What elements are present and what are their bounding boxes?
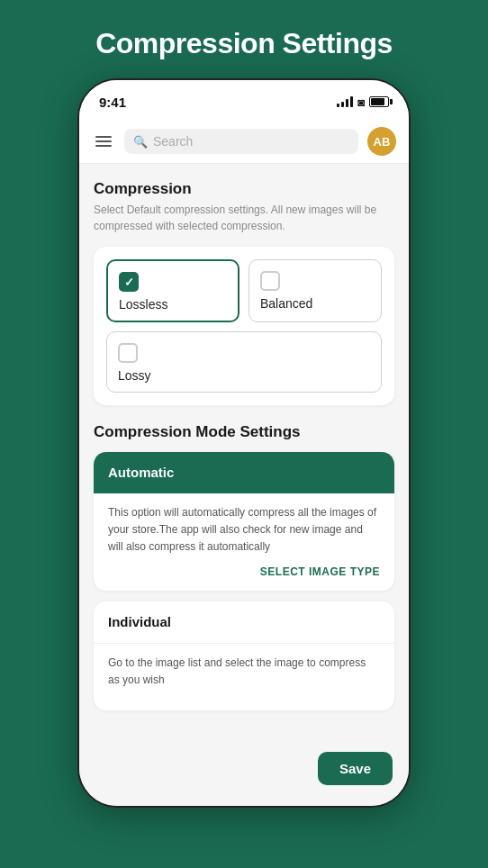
top-nav: 🔍 Search AB <box>79 120 409 164</box>
avatar: AB <box>367 127 396 156</box>
checkbox-balanced <box>260 271 280 291</box>
option-lossless[interactable]: ✓ Lossless <box>106 259 239 322</box>
option-lossy-label: Lossy <box>118 368 370 383</box>
mode-header-individual[interactable]: Individual <box>94 601 394 644</box>
mode-section: Compression Mode Settings Automatic This… <box>94 423 394 710</box>
signal-icon <box>337 96 353 107</box>
mode-label-automatic: Automatic <box>108 465 174 480</box>
wifi-icon: ◙ <box>357 95 365 109</box>
mode-body-automatic: This option will automatically compress … <box>94 493 394 591</box>
checkbox-lossy <box>118 343 138 363</box>
mode-card-automatic[interactable]: Automatic This option will automatically… <box>94 452 394 591</box>
checkmark-icon: ✓ <box>124 276 134 289</box>
mode-header-automatic[interactable]: Automatic <box>94 452 394 493</box>
option-lossy[interactable]: Lossy <box>106 331 382 393</box>
mode-label-individual: Individual <box>108 614 171 629</box>
compression-section: Compression Select Default compression s… <box>94 180 394 405</box>
mode-section-title: Compression Mode Settings <box>94 423 394 441</box>
save-bar: Save <box>79 743 409 806</box>
hamburger-menu-icon[interactable] <box>92 132 115 150</box>
status-icons: ◙ <box>337 95 389 109</box>
option-balanced[interactable]: Balanced <box>249 259 382 322</box>
option-lossless-label: Lossless <box>119 297 227 312</box>
mode-desc-individual: Go to the image list and select the imag… <box>108 655 380 689</box>
save-button[interactable]: Save <box>318 752 393 785</box>
option-balanced-label: Balanced <box>260 296 370 311</box>
search-placeholder: Search <box>153 134 193 149</box>
compression-description: Select Default compression settings. All… <box>94 202 394 234</box>
compression-card: ✓ Lossless Balanced Lossy <box>94 247 394 405</box>
mode-card-individual[interactable]: Individual Go to the image list and sele… <box>94 601 394 710</box>
mode-body-individual: Go to the image list and select the imag… <box>94 644 394 710</box>
status-time: 9:41 <box>99 95 126 110</box>
battery-icon <box>369 96 389 107</box>
page-title: Compression Settings <box>95 27 393 60</box>
compression-options: ✓ Lossless Balanced Lossy <box>106 259 382 393</box>
phone-frame: 9:41 ◙ 🔍 Search AB <box>77 78 411 808</box>
search-bar[interactable]: 🔍 Search <box>124 129 358 154</box>
status-bar: 9:41 ◙ <box>79 80 409 120</box>
compression-title: Compression <box>94 180 394 198</box>
search-icon: 🔍 <box>133 135 148 149</box>
checkbox-lossless: ✓ <box>119 272 139 292</box>
mode-desc-automatic: This option will automatically compress … <box>108 504 380 556</box>
content-area: Compression Select Default compression s… <box>79 164 409 805</box>
select-image-type-link[interactable]: SELECT IMAGE TYPE <box>108 565 380 578</box>
